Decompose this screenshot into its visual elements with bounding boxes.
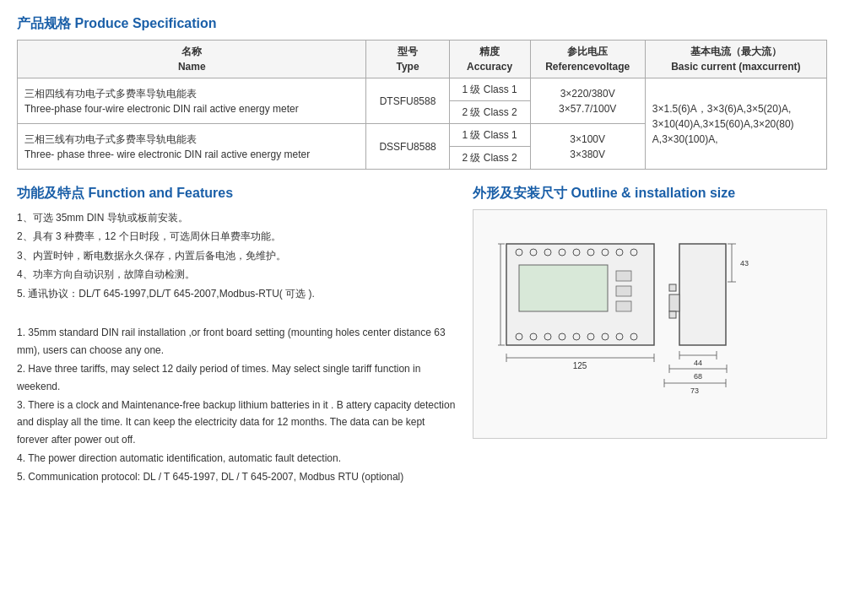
outline-title-zh: 外形及安装尺寸	[473, 186, 567, 200]
spec-section: 产品规格 Produce Specification 名称 Name 型号 Ty…	[17, 15, 827, 170]
col-name-header: 名称 Name	[18, 41, 366, 78]
feature-en-1: 1. 35mm standard DIN rail installation ,…	[17, 324, 456, 359]
features-title: 功能及特点 Function and Features	[17, 185, 456, 203]
svg-text:43: 43	[740, 259, 749, 267]
svg-rect-13	[616, 301, 631, 311]
svg-text:125: 125	[573, 361, 587, 370]
svg-rect-35	[669, 311, 676, 318]
svg-rect-32	[679, 244, 726, 345]
outline-svg: 125 88 35	[498, 219, 802, 430]
svg-rect-34	[669, 284, 676, 291]
col-type-header: 型号 Type	[366, 41, 449, 78]
outline-col: 外形及安装尺寸 Outline & installation size	[473, 185, 827, 489]
spec-title-zh: 产品规格	[17, 16, 71, 30]
feature-zh-5: 5. 通讯协议：DL/T 645-1997,DL/T 645-2007,Modb…	[17, 285, 456, 302]
table-header-row: 名称 Name 型号 Type 精度 Accuracy 参比电压 Referen…	[18, 41, 827, 78]
current-all: 3×1.5(6)A，3×3(6)A,3×5(20)A,3×10(40)A,3×1…	[645, 78, 826, 170]
svg-text:44: 44	[694, 359, 702, 367]
svg-rect-10	[519, 265, 608, 311]
accuracy-1b: 2 级 Class 2	[449, 101, 530, 124]
spec-title: 产品规格 Produce Specification	[17, 15, 827, 33]
svg-rect-33	[669, 294, 679, 311]
spec-title-en: Produce Specification	[74, 16, 216, 30]
product-name-2: 三相三线有功电子式多费率导轨电能表 Three- phase three- wi…	[18, 124, 366, 170]
front-view: 125 88 35	[498, 244, 654, 370]
svg-rect-12	[616, 286, 631, 296]
feature-en-3: 3. There is a clock and Maintenance-free…	[17, 397, 456, 448]
features-title-zh: 功能及特点	[17, 186, 84, 200]
feature-en-4: 4. The power direction automatic identif…	[17, 450, 456, 467]
svg-text:73: 73	[690, 386, 699, 395]
feature-zh-3: 3、内置时钟，断电数据永久保存，内置后备电池，免维护。	[17, 247, 456, 264]
col-accuracy-header: 精度 Accuracy	[449, 41, 530, 78]
features-title-en: Function and Features	[88, 186, 233, 200]
feature-zh-4: 4、功率方向自动识别，故障自动检测。	[17, 266, 456, 283]
svg-rect-11	[616, 271, 631, 281]
bottom-section: 功能及特点 Function and Features 1、可选 35mm DI…	[17, 185, 827, 489]
outline-title: 外形及安装尺寸 Outline & installation size	[473, 185, 827, 203]
voltage-2: 3×100V3×380V	[530, 124, 645, 170]
svg-text:68: 68	[694, 372, 702, 381]
accuracy-1a: 1 级 Class 1	[449, 78, 530, 101]
features-text: 1、可选 35mm DIN 导轨或板前安装。 2、具有 3 种费率，12 个日时…	[17, 209, 456, 486]
feature-zh-2: 2、具有 3 种费率，12 个日时段，可选周休日单费率功能。	[17, 228, 456, 245]
accuracy-2a: 1 级 Class 1	[449, 124, 530, 147]
feature-zh-1: 1、可选 35mm DIN 导轨或板前安装。	[17, 209, 456, 226]
spec-table: 名称 Name 型号 Type 精度 Accuracy 参比电压 Referen…	[17, 40, 827, 170]
col-current-header: 基本电流（最大流） Basic current (maxcurrent)	[645, 41, 826, 78]
outline-title-en: Outline & installation size	[571, 186, 735, 200]
features-col: 功能及特点 Function and Features 1、可选 35mm DI…	[17, 185, 456, 489]
table-row: 三相四线有功电子式多费率导轨电能表 Three-phase four-wire …	[18, 78, 827, 101]
feature-en-2: 2. Have three tariffs, may select 12 dai…	[17, 360, 456, 395]
outline-diagram: 125 88 35	[473, 209, 827, 439]
col-voltage-header: 参比电压 Referencevoltage	[530, 41, 645, 78]
features-zh: 1、可选 35mm DIN 导轨或板前安装。 2、具有 3 种费率，12 个日时…	[17, 209, 456, 302]
product-name-1: 三相四线有功电子式多费率导轨电能表 Three-phase four-wire …	[18, 78, 366, 124]
model-2: DSSFU8588	[366, 124, 449, 170]
model-1: DTSFU8588	[366, 78, 449, 124]
svg-text:88: 88	[498, 294, 500, 303]
side-view: 43 44 68 73	[664, 244, 749, 395]
features-en: 1. 35mm standard DIN rail installation ,…	[17, 324, 456, 486]
accuracy-2b: 2 级 Class 2	[449, 147, 530, 170]
voltage-1: 3×220/380V3×57.7/100V	[530, 78, 645, 124]
feature-en-5: 5. Communication protocol: DL / T 645-19…	[17, 468, 456, 485]
